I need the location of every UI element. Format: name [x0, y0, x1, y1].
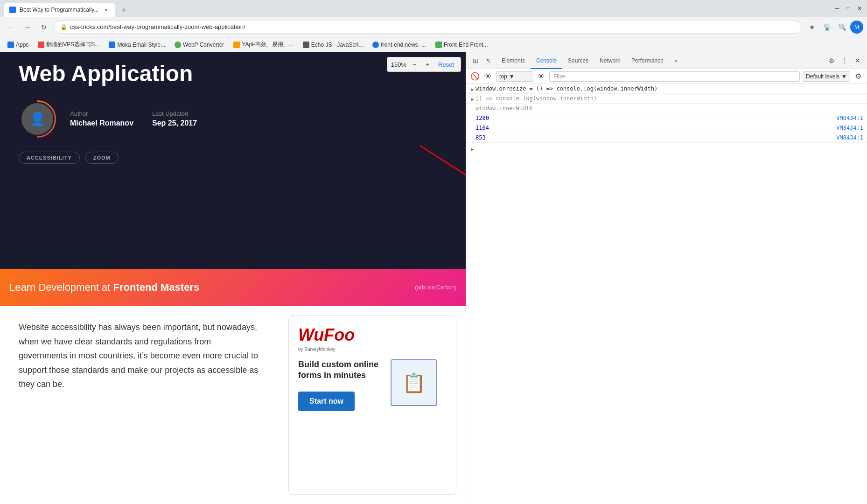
devtools-tab-network[interactable]: Network: [594, 52, 626, 69]
context-label: top: [499, 73, 507, 80]
console-context-selector[interactable]: top ▼: [496, 71, 533, 82]
bookmark-3[interactable]: WebP Converter: [171, 40, 228, 50]
zoom-out-button[interactable]: −: [409, 59, 420, 70]
console-eye-icon[interactable]: 👁: [483, 71, 493, 82]
webpage: Web Application 👤 Author Michael Romanov: [0, 52, 466, 504]
bottom-area: Website accessibility has always been im…: [0, 306, 466, 504]
cast-icon[interactable]: 📡: [820, 21, 833, 34]
minimize-button[interactable]: ─: [833, 5, 841, 12]
console-content: ▶ window.onresize = () => console.log(wi…: [466, 84, 867, 504]
console-settings-icon[interactable]: ⚙: [853, 71, 863, 82]
console-source-1[interactable]: VM8434:1: [836, 125, 863, 131]
bookmarks-icon[interactable]: ★: [805, 21, 818, 34]
bookmark-apps[interactable]: Apps: [4, 40, 32, 50]
nav-right-icons: ★ 📡 🔍 M: [805, 21, 863, 34]
bm5-favicon: [303, 42, 309, 48]
bookmark-4-label: YApi-高效、易用、...: [242, 41, 293, 49]
author-value: Michael Romanov: [70, 119, 133, 127]
illustration: 📋: [391, 359, 437, 406]
devtools-tab-elements[interactable]: Elements: [496, 52, 531, 69]
article-paragraph: Website accessibility has always been im…: [19, 320, 260, 392]
bm1-favicon: [38, 42, 44, 48]
console-value-2: 853: [475, 134, 832, 141]
devtools-more-icon[interactable]: ⋮: [839, 55, 850, 66]
devtools-panel: ⊞ ↖ Elements Console Sources Network Per…: [466, 52, 867, 504]
ad-card-text: Build custom online forms in minutes Sta…: [298, 359, 386, 411]
browser-frame: Best Way to Programmatically... ✕ + ─ □ …: [0, 0, 867, 504]
expand-icon-5: [470, 135, 475, 141]
console-row-0: ▶ window.onresize = () => console.log(wi…: [466, 84, 867, 94]
ad-card-inner: WuFoo by SurveyMonkey Build custom onlin…: [289, 316, 456, 420]
active-tab[interactable]: Best Way to Programmatically... ✕: [4, 3, 115, 17]
ad-banner-text: Learn Development at Frontend Masters: [9, 281, 199, 294]
address-bar[interactable]: 🔒 css-tricks.com/best-way-programmatical…: [54, 21, 802, 34]
bm6-favicon: [372, 42, 379, 48]
window-controls: ─ □ ✕: [833, 5, 863, 12]
devtools-tab-sources[interactable]: Sources: [562, 52, 594, 69]
bookmark-5[interactable]: Echo JS - JavaScri...: [299, 40, 367, 50]
devtools-more-tabs[interactable]: »: [669, 52, 684, 69]
console-filter-input[interactable]: Filter: [549, 71, 800, 82]
cursor-expand: ▶: [470, 146, 475, 152]
expand-icon-0[interactable]: ▶: [470, 86, 475, 92]
levels-label: Default levels: [806, 73, 839, 80]
zoom-in-button[interactable]: +: [422, 59, 433, 70]
page-title: Web Application: [19, 62, 447, 86]
devtools-dock-icon[interactable]: ⊞: [470, 55, 481, 66]
bookmark-4[interactable]: YApi-高效、易用、...: [230, 39, 297, 50]
ad-banner[interactable]: Learn Development at Frontend Masters (a…: [0, 269, 466, 306]
start-now-button[interactable]: Start now: [298, 392, 355, 411]
author-label: Author: [70, 110, 133, 117]
tag-zoom[interactable]: Zoom: [85, 152, 119, 164]
devtools-actions: ⚙ ⋮ ✕: [826, 55, 863, 66]
updated-value: Sep 25, 2017: [152, 119, 197, 127]
devtools-close-icon[interactable]: ✕: [852, 55, 863, 66]
bookmark-5-label: Echo JS - JavaScri...: [311, 42, 363, 48]
tab-close-button[interactable]: ✕: [102, 6, 110, 14]
console-row-1: ▶ () => console.log(window.innerWidth): [466, 94, 867, 104]
tag-accessibility[interactable]: Accessibility: [19, 152, 80, 164]
expand-icon-1[interactable]: ▶: [470, 96, 475, 102]
new-tab-button[interactable]: +: [117, 4, 130, 17]
updated-block: Last Updated Sep 25, 2017: [152, 110, 197, 127]
console-value-0: 1280: [475, 115, 832, 121]
console-block-icon[interactable]: 🚫: [470, 71, 480, 82]
close-button[interactable]: ✕: [856, 5, 863, 12]
console-value-1: 1164: [475, 125, 832, 131]
bookmark-6-label: front-end.news -...: [381, 42, 426, 48]
bookmark-2[interactable]: Moka Email Style...: [105, 40, 169, 50]
bookmark-1[interactable]: 翻墙的VPS选择与S...: [34, 39, 103, 50]
forward-button[interactable]: →: [21, 21, 34, 34]
console-text-0: window.onresize = () => console.log(wind…: [475, 85, 863, 92]
tags-section: Accessibility Zoom: [19, 152, 447, 164]
ad-prefix: Learn Development at: [9, 281, 113, 293]
console-show-icon[interactable]: 👁: [536, 71, 546, 82]
title-bar: Best Way to Programmatically... ✕ + ─ □ …: [0, 0, 867, 17]
reload-button[interactable]: ↻: [37, 21, 50, 34]
devtools-tab-console[interactable]: Console: [531, 52, 562, 69]
bookmark-7[interactable]: Front-End Front...: [432, 40, 492, 50]
maximize-button[interactable]: □: [845, 5, 852, 12]
zoom-reset-button[interactable]: Reset: [435, 60, 457, 69]
devtools-toolbar: ⊞ ↖ Elements Console Sources Network Per…: [466, 52, 867, 69]
bookmark-apps-label: Apps: [16, 42, 28, 48]
apps-favicon: [7, 42, 14, 48]
bookmark-6[interactable]: front-end.news -...: [369, 40, 430, 50]
back-button[interactable]: ←: [4, 21, 17, 34]
tab-favicon: [9, 7, 16, 13]
bookmark-1-label: 翻墙的VPS选择与S...: [46, 41, 99, 49]
devtools-tabs: Elements Console Sources Network Perform…: [496, 52, 824, 69]
devtools-inspect-icon[interactable]: ↖: [483, 55, 494, 66]
console-source-2[interactable]: VM8434:1: [836, 134, 863, 141]
profile-icon[interactable]: M: [850, 21, 863, 34]
console-text-2: window.innerWidth: [475, 105, 863, 112]
ad-source: (ads via Carbon): [415, 284, 456, 291]
devtools-tab-performance[interactable]: Performance: [626, 52, 669, 69]
avatar-container: 👤: [19, 100, 56, 138]
ad-card: WuFoo by SurveyMonkey Build custom onlin…: [288, 315, 456, 495]
console-levels-selector[interactable]: Default levels ▼: [803, 71, 850, 82]
extension1-icon[interactable]: 🔍: [835, 21, 848, 34]
console-source-0[interactable]: VM8434:1: [836, 115, 863, 121]
bookmark-3-label: WebP Converter: [183, 42, 224, 48]
devtools-settings-icon[interactable]: ⚙: [826, 55, 837, 66]
